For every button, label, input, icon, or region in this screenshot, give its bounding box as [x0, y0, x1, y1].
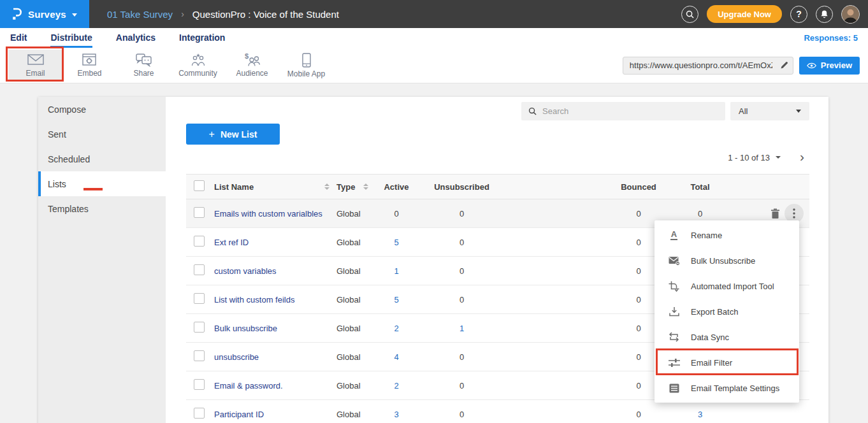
menu-item-data-sync[interactable]: Data Sync	[655, 324, 799, 350]
sidebar-item-scheduled[interactable]: Scheduled	[38, 147, 166, 171]
list-type-filter-dropdown[interactable]: All	[730, 102, 809, 120]
kebab-menu-icon	[793, 208, 795, 219]
pagination-row: 1 - 10 of 13 ›	[186, 148, 809, 166]
row-cell-checkbox	[186, 379, 212, 392]
product-switcher[interactable]: Surveys	[0, 0, 89, 28]
sidebar-item-templates[interactable]: Templates	[38, 196, 166, 221]
list-name-link[interactable]: Emails with custom varialbles	[214, 209, 322, 219]
toolbar-item-audience[interactable]: $ Audience	[225, 50, 279, 82]
responses-count[interactable]: Responses: 5	[804, 28, 868, 48]
survey-tab-bar: Edit Distribute Analytics Integration Re…	[0, 28, 868, 48]
next-page-button[interactable]: ›	[800, 150, 804, 165]
menu-item-email-template-settings[interactable]: Email Template Settings	[655, 375, 799, 401]
toolbar-item-share[interactable]: Share	[117, 50, 171, 82]
unsubscribed-count[interactable]: 1	[416, 324, 508, 333]
unsubscribed-count[interactable]: 0	[416, 266, 508, 276]
list-name-link[interactable]: List with custom feilds	[214, 295, 294, 305]
help-button[interactable]: ?	[790, 6, 807, 23]
toolbar-item-label: Audience	[236, 69, 268, 78]
sidebar-item-lists[interactable]: Lists	[38, 171, 166, 196]
tab-integration[interactable]: Integration	[179, 28, 225, 48]
unsubscribed-count[interactable]: 0	[416, 352, 508, 362]
active-count[interactable]: 3	[377, 410, 416, 419]
row-checkbox[interactable]	[194, 322, 205, 333]
unsubscribed-count[interactable]: 0	[416, 209, 508, 219]
email-template-settings-icon	[668, 384, 680, 393]
active-count[interactable]: 5	[377, 295, 416, 305]
tab-edit[interactable]: Edit	[10, 28, 27, 48]
breadcrumb-folder[interactable]: 01 Take Survey	[107, 9, 173, 20]
sidebar-item-compose[interactable]: Compose	[38, 97, 166, 122]
select-all-checkbox[interactable]	[194, 180, 205, 191]
upgrade-now-button[interactable]: Upgrade Now	[707, 5, 782, 23]
total-count[interactable]: 0	[683, 209, 717, 219]
active-count[interactable]: 1	[377, 266, 416, 276]
product-name: Surveys	[28, 9, 66, 20]
row-cell-checkbox	[186, 207, 212, 220]
active-count[interactable]: 4	[377, 352, 416, 362]
row-checkbox[interactable]	[194, 236, 205, 247]
preview-label: Preview	[821, 61, 852, 70]
survey-url-input[interactable]	[623, 61, 776, 70]
table-header-row: List Name Type Active Unsubscribed Bounc…	[186, 174, 809, 199]
toolbar-item-label: Email	[25, 69, 45, 78]
total-count[interactable]: 3	[683, 410, 717, 419]
pagination-range-dropdown[interactable]: 1 - 10 of 13	[728, 153, 781, 162]
bounced-count[interactable]: 0	[508, 209, 683, 219]
menu-item-automated-import-tool[interactable]: Automated Import Tool	[655, 273, 799, 299]
row-cell-checkbox	[186, 264, 212, 277]
plus-icon: +	[209, 129, 215, 140]
unsubscribed-count[interactable]: 0	[416, 238, 508, 247]
breadcrumb: 01 Take Survey › QuestionPro : Voice of …	[107, 9, 339, 20]
menu-item-rename[interactable]: A Rename	[655, 222, 799, 248]
active-count[interactable]: 5	[377, 238, 416, 247]
search-button[interactable]	[681, 6, 698, 23]
delete-list-button[interactable]	[770, 208, 780, 219]
row-checkbox[interactable]	[194, 264, 205, 275]
bounced-count[interactable]: 0	[508, 410, 683, 419]
list-search-input[interactable]	[542, 106, 718, 116]
notifications-button[interactable]	[816, 6, 833, 23]
unsubscribed-count[interactable]: 0	[416, 381, 508, 391]
table-row[interactable]: Participant ID Global 3 0 0 3	[186, 400, 809, 423]
row-checkbox[interactable]	[194, 379, 205, 390]
list-name-link[interactable]: Ext ref ID	[214, 238, 249, 247]
user-avatar[interactable]	[841, 5, 860, 24]
list-name-link[interactable]: Participant ID	[214, 410, 264, 419]
new-list-button[interactable]: + New List	[186, 124, 280, 145]
row-checkbox[interactable]	[194, 207, 205, 218]
list-name-link[interactable]: custom variables	[214, 266, 277, 276]
active-count[interactable]: 2	[377, 381, 416, 391]
row-checkbox[interactable]	[194, 408, 205, 419]
toolbar-item-embed[interactable]: Embed	[62, 50, 117, 82]
row-checkbox[interactable]	[194, 293, 205, 304]
header-cell-list-name[interactable]: List Name	[212, 182, 336, 192]
preview-button[interactable]: Preview	[799, 57, 860, 75]
sort-icon[interactable]	[363, 183, 368, 190]
sort-icon[interactable]	[324, 183, 329, 190]
breadcrumb-separator: ›	[181, 9, 184, 19]
header-cell-total: Total	[683, 182, 717, 192]
tab-distribute[interactable]: Distribute	[50, 28, 92, 48]
unsubscribed-count[interactable]: 0	[416, 295, 508, 305]
list-name-link[interactable]: Bulk unsubscribe	[214, 324, 277, 333]
active-count[interactable]: 2	[377, 324, 416, 333]
row-checkbox[interactable]	[194, 350, 205, 361]
edit-url-button[interactable]	[776, 57, 793, 74]
sidebar-item-sent[interactable]: Sent	[38, 122, 166, 147]
toolbar-item-label: Community	[178, 69, 217, 78]
menu-item-export-batch[interactable]: Export Batch	[655, 299, 799, 324]
active-count[interactable]: 0	[377, 209, 416, 219]
toolbar-item-email[interactable]: Email	[8, 50, 62, 82]
unsubscribed-count[interactable]: 0	[416, 410, 508, 419]
toolbar-item-mobile-app[interactable]: Mobile App	[279, 50, 333, 82]
search-icon	[528, 107, 537, 115]
chevron-down-icon	[776, 156, 781, 159]
tab-analytics[interactable]: Analytics	[116, 28, 156, 48]
menu-item-bulk-unsubscribe[interactable]: Bulk Unsubscribe	[655, 248, 799, 273]
toolbar-item-community[interactable]: Community	[171, 50, 225, 82]
list-name-link[interactable]: Email & password.	[214, 381, 283, 391]
menu-item-email-filter[interactable]: Email Filter	[655, 350, 799, 375]
header-cell-type[interactable]: Type	[336, 182, 377, 192]
list-name-link[interactable]: unsubscribe	[214, 352, 259, 362]
